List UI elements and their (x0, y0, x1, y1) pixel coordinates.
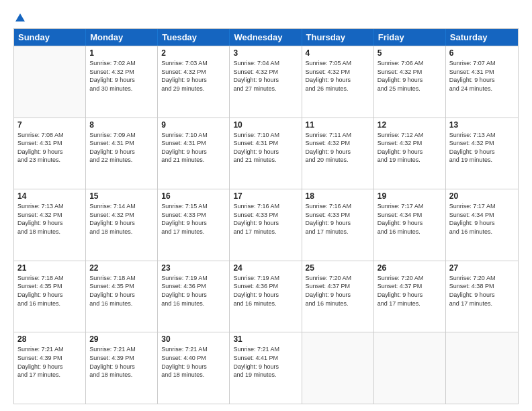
cell-info: Sunrise: 7:11 AMSunset: 4:32 PMDaylight:… (306, 131, 370, 165)
day-number: 5 (378, 48, 442, 58)
day-cell-8: 8Sunrise: 7:09 AMSunset: 4:31 PMDaylight… (86, 118, 158, 189)
header-day-tuesday: Tuesday (158, 29, 230, 46)
day-cell-31: 31Sunrise: 7:21 AMSunset: 4:41 PMDayligh… (230, 332, 302, 404)
day-cell-3: 3Sunrise: 7:04 AMSunset: 4:32 PMDaylight… (230, 46, 302, 118)
day-cell-20: 20Sunrise: 7:17 AMSunset: 4:34 PMDayligh… (446, 189, 518, 261)
logo-icon (14, 12, 26, 24)
svg-marker-0 (15, 13, 25, 21)
week-row-2: 7Sunrise: 7:08 AMSunset: 4:31 PMDaylight… (14, 118, 518, 189)
cell-info: Sunrise: 7:13 AMSunset: 4:32 PMDaylight:… (449, 131, 515, 165)
cell-info: Sunrise: 7:03 AMSunset: 4:32 PMDaylight:… (161, 59, 226, 93)
cell-info: Sunrise: 7:09 AMSunset: 4:31 PMDaylight:… (89, 131, 154, 165)
cell-info: Sunrise: 7:16 AMSunset: 4:33 PMDaylight:… (233, 202, 298, 236)
day-number: 9 (161, 120, 226, 130)
day-cell-25: 25Sunrise: 7:20 AMSunset: 4:37 PMDayligh… (302, 261, 374, 332)
day-number: 20 (449, 191, 515, 201)
day-cell-1: 1Sunrise: 7:02 AMSunset: 4:32 PMDaylight… (86, 46, 158, 118)
day-cell-empty (14, 46, 86, 118)
cell-info: Sunrise: 7:19 AMSunset: 4:36 PMDaylight:… (161, 274, 226, 308)
header-day-thursday: Thursday (302, 29, 374, 46)
day-number: 8 (89, 120, 154, 130)
day-number: 22 (89, 263, 154, 273)
cell-info: Sunrise: 7:05 AMSunset: 4:32 PMDaylight:… (306, 59, 370, 93)
cell-info: Sunrise: 7:18 AMSunset: 4:35 PMDaylight:… (17, 274, 82, 308)
day-cell-4: 4Sunrise: 7:05 AMSunset: 4:32 PMDaylight… (302, 46, 374, 118)
day-cell-17: 17Sunrise: 7:16 AMSunset: 4:33 PMDayligh… (230, 189, 302, 261)
logo (13, 12, 27, 21)
day-cell-11: 11Sunrise: 7:11 AMSunset: 4:32 PMDayligh… (302, 118, 374, 189)
cell-info: Sunrise: 7:10 AMSunset: 4:31 PMDaylight:… (233, 131, 298, 165)
day-number: 14 (17, 191, 82, 201)
cell-info: Sunrise: 7:13 AMSunset: 4:32 PMDaylight:… (17, 202, 82, 236)
day-number: 24 (233, 263, 298, 273)
day-number: 17 (233, 191, 298, 201)
header-day-saturday: Saturday (446, 29, 518, 46)
cell-info: Sunrise: 7:21 AMSunset: 4:39 PMDaylight:… (17, 345, 82, 379)
day-number: 31 (233, 334, 298, 344)
day-number: 21 (17, 263, 82, 273)
cell-info: Sunrise: 7:20 AMSunset: 4:37 PMDaylight:… (306, 274, 370, 308)
header (13, 12, 519, 21)
cell-info: Sunrise: 7:18 AMSunset: 4:35 PMDaylight:… (89, 274, 154, 308)
day-cell-23: 23Sunrise: 7:19 AMSunset: 4:36 PMDayligh… (158, 261, 230, 332)
cell-info: Sunrise: 7:06 AMSunset: 4:32 PMDaylight:… (378, 59, 442, 93)
day-cell-9: 9Sunrise: 7:10 AMSunset: 4:31 PMDaylight… (158, 118, 230, 189)
day-number: 28 (17, 334, 82, 344)
cell-info: Sunrise: 7:21 AMSunset: 4:41 PMDaylight:… (233, 345, 298, 379)
day-number: 3 (233, 48, 298, 58)
cell-info: Sunrise: 7:21 AMSunset: 4:39 PMDaylight:… (89, 345, 154, 379)
cell-info: Sunrise: 7:10 AMSunset: 4:31 PMDaylight:… (161, 131, 226, 165)
day-cell-10: 10Sunrise: 7:10 AMSunset: 4:31 PMDayligh… (230, 118, 302, 189)
header-day-friday: Friday (374, 29, 446, 46)
cell-info: Sunrise: 7:12 AMSunset: 4:32 PMDaylight:… (378, 131, 442, 165)
day-cell-27: 27Sunrise: 7:20 AMSunset: 4:38 PMDayligh… (446, 261, 518, 332)
header-day-wednesday: Wednesday (230, 29, 302, 46)
day-cell-22: 22Sunrise: 7:18 AMSunset: 4:35 PMDayligh… (86, 261, 158, 332)
day-cell-empty (446, 332, 518, 404)
day-cell-26: 26Sunrise: 7:20 AMSunset: 4:37 PMDayligh… (374, 261, 446, 332)
calendar: SundayMondayTuesdayWednesdayThursdayFrid… (13, 28, 519, 404)
week-row-1: 1Sunrise: 7:02 AMSunset: 4:32 PMDaylight… (14, 46, 518, 118)
day-number: 26 (378, 263, 442, 273)
day-number: 25 (306, 263, 370, 273)
day-number: 23 (161, 263, 226, 273)
cell-info: Sunrise: 7:16 AMSunset: 4:33 PMDaylight:… (306, 202, 370, 236)
day-cell-28: 28Sunrise: 7:21 AMSunset: 4:39 PMDayligh… (14, 332, 86, 404)
cell-info: Sunrise: 7:07 AMSunset: 4:31 PMDaylight:… (449, 59, 515, 93)
day-cell-18: 18Sunrise: 7:16 AMSunset: 4:33 PMDayligh… (302, 189, 374, 261)
day-number: 30 (161, 334, 226, 344)
header-day-monday: Monday (86, 29, 158, 46)
day-number: 12 (378, 120, 442, 130)
day-cell-24: 24Sunrise: 7:19 AMSunset: 4:36 PMDayligh… (230, 261, 302, 332)
day-cell-empty (374, 332, 446, 404)
day-number: 1 (89, 48, 154, 58)
day-cell-14: 14Sunrise: 7:13 AMSunset: 4:32 PMDayligh… (14, 189, 86, 261)
day-cell-empty (302, 332, 374, 404)
cell-info: Sunrise: 7:19 AMSunset: 4:36 PMDaylight:… (233, 274, 298, 308)
day-number: 2 (161, 48, 226, 58)
day-number: 29 (89, 334, 154, 344)
day-number: 7 (17, 120, 82, 130)
cell-info: Sunrise: 7:17 AMSunset: 4:34 PMDaylight:… (449, 202, 515, 236)
day-cell-16: 16Sunrise: 7:15 AMSunset: 4:33 PMDayligh… (158, 189, 230, 261)
page: SundayMondayTuesdayWednesdayThursdayFrid… (0, 0, 532, 411)
day-cell-13: 13Sunrise: 7:13 AMSunset: 4:32 PMDayligh… (446, 118, 518, 189)
cell-info: Sunrise: 7:20 AMSunset: 4:38 PMDaylight:… (449, 274, 515, 308)
day-cell-21: 21Sunrise: 7:18 AMSunset: 4:35 PMDayligh… (14, 261, 86, 332)
day-cell-5: 5Sunrise: 7:06 AMSunset: 4:32 PMDaylight… (374, 46, 446, 118)
day-cell-2: 2Sunrise: 7:03 AMSunset: 4:32 PMDaylight… (158, 46, 230, 118)
cell-info: Sunrise: 7:08 AMSunset: 4:31 PMDaylight:… (17, 131, 82, 165)
day-cell-15: 15Sunrise: 7:14 AMSunset: 4:32 PMDayligh… (86, 189, 158, 261)
cell-info: Sunrise: 7:20 AMSunset: 4:37 PMDaylight:… (378, 274, 442, 308)
day-cell-7: 7Sunrise: 7:08 AMSunset: 4:31 PMDaylight… (14, 118, 86, 189)
day-number: 16 (161, 191, 226, 201)
cell-info: Sunrise: 7:02 AMSunset: 4:32 PMDaylight:… (89, 59, 154, 93)
day-number: 19 (378, 191, 442, 201)
week-row-5: 28Sunrise: 7:21 AMSunset: 4:39 PMDayligh… (14, 332, 518, 404)
day-cell-30: 30Sunrise: 7:21 AMSunset: 4:40 PMDayligh… (158, 332, 230, 404)
week-row-3: 14Sunrise: 7:13 AMSunset: 4:32 PMDayligh… (14, 189, 518, 261)
day-number: 18 (306, 191, 370, 201)
day-cell-12: 12Sunrise: 7:12 AMSunset: 4:32 PMDayligh… (374, 118, 446, 189)
cell-info: Sunrise: 7:04 AMSunset: 4:32 PMDaylight:… (233, 59, 298, 93)
cell-info: Sunrise: 7:21 AMSunset: 4:40 PMDaylight:… (161, 345, 226, 379)
